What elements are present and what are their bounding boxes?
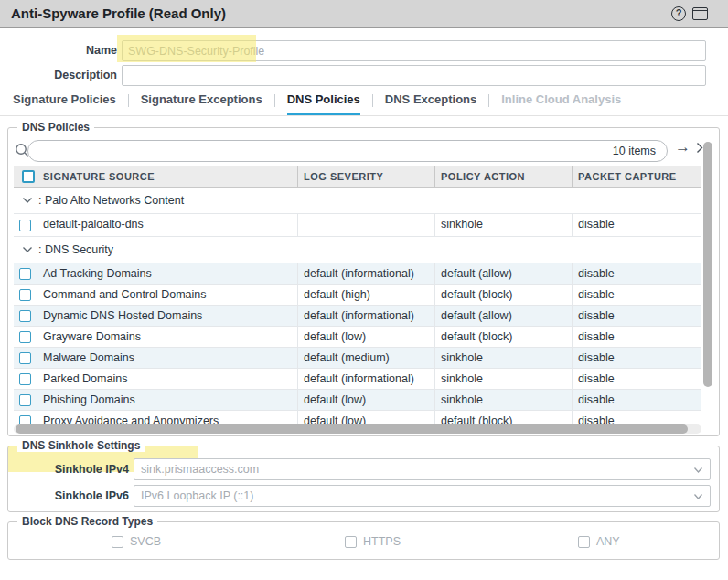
cell-log-severity: default (informational) (298, 306, 435, 326)
row-select-cell (14, 390, 37, 410)
cell-signature-source: Dynamic DNS Hosted Domains (37, 306, 298, 326)
row-select-cell (14, 411, 37, 424)
row-checkbox[interactable] (19, 289, 31, 301)
cell-policy-action: sinkhole (435, 390, 573, 410)
row-checkbox[interactable] (19, 331, 31, 343)
table-row[interactable]: Command and Control Domains default (hig… (14, 285, 701, 306)
option-svcb: SVCB (112, 535, 161, 548)
sinkhole-ipv4-select[interactable]: sink.prismaaccess.com (134, 458, 711, 480)
table-row[interactable]: default-paloalto-dns sinkhole disable (14, 214, 701, 237)
row-select-cell (14, 369, 37, 389)
expand-chevron-icon[interactable] (696, 142, 703, 154)
cell-policy-action: default (block) (435, 411, 573, 424)
any-checkbox[interactable] (578, 536, 590, 548)
sinkhole-ipv6-value: IPv6 Loopback IP (::1) (141, 489, 253, 502)
cell-policy-action: default (allow) (435, 263, 573, 284)
profile-tabs: Signature Policies Signature Exceptions … (13, 91, 621, 114)
cell-packet-capture: disable (573, 306, 701, 326)
cell-log-severity: default (low) (298, 390, 435, 410)
row-checkbox[interactable] (19, 415, 31, 424)
cell-policy-action: default (block) (435, 327, 573, 347)
dialog-title: Anti-Spyware Profile (Read Only) (11, 0, 226, 27)
table-row[interactable]: Parked Domains default (informational) s… (14, 369, 701, 390)
svcb-checkbox[interactable] (112, 536, 123, 548)
tab-signature-exceptions[interactable]: Signature Exceptions (141, 91, 262, 113)
group-row-dns-security[interactable]: : DNS Security (14, 237, 701, 263)
dialog-titlebar: Anti-Spyware Profile (Read Only) ? (0, 0, 728, 28)
description-label: Description (0, 69, 117, 81)
search-input[interactable] (37, 143, 586, 159)
collapse-chevron-icon[interactable] (22, 246, 33, 253)
block-dns-legend: Block DNS Record Types (17, 515, 157, 528)
svcb-label: SVCB (130, 535, 161, 548)
sinkhole-ipv4-value: sink.prismaaccess.com (141, 463, 259, 476)
description-input[interactable] (122, 65, 706, 86)
col-signature-source[interactable]: SIGNATURE SOURCE (37, 166, 298, 187)
table-vertical-scrollbar[interactable] (703, 140, 712, 414)
window-restore-icon[interactable] (692, 7, 708, 20)
row-select-cell (14, 214, 37, 236)
cell-signature-source: Grayware Domains (37, 327, 298, 347)
tab-dns-exceptions[interactable]: DNS Exceptions (385, 91, 476, 113)
cell-packet-capture: disable (573, 327, 701, 347)
apply-filter-arrow-icon[interactable]: → (675, 138, 691, 156)
help-icon[interactable]: ? (671, 6, 686, 21)
table-row[interactable]: Phishing Domains default (low) sinkhole … (14, 390, 701, 411)
cell-log-severity: default (informational) (298, 369, 435, 389)
sinkhole-ipv6-select[interactable]: IPv6 Loopback IP (::1) (134, 485, 711, 507)
cell-policy-action: sinkhole (435, 348, 573, 368)
col-packet-capture[interactable]: PACKET CAPTURE (573, 166, 701, 187)
cell-signature-source: Parked Domains (37, 369, 298, 389)
cell-packet-capture: disable (573, 369, 701, 389)
select-all-checkbox[interactable] (22, 170, 35, 183)
tab-signature-policies[interactable]: Signature Policies (13, 91, 116, 113)
row-checkbox[interactable] (19, 268, 31, 280)
table-row[interactable]: Grayware Domains default (low) default (… (14, 327, 701, 348)
cell-policy-action: default (block) (435, 285, 573, 305)
table-row[interactable]: Dynamic DNS Hosted Domains default (info… (14, 306, 701, 327)
dns-policies-legend: DNS Policies (17, 121, 94, 134)
table-horizontal-scrollbar[interactable] (14, 424, 701, 434)
cell-packet-capture: disable (573, 390, 701, 410)
row-checkbox[interactable] (19, 220, 31, 231)
cell-packet-capture: disable (573, 285, 701, 305)
cell-packet-capture: disable (573, 348, 701, 368)
row-checkbox[interactable] (19, 373, 31, 385)
cell-packet-capture: disable (573, 411, 701, 424)
col-log-severity[interactable]: LOG SEVERITY (298, 166, 435, 187)
sinkhole-ipv4-label: Sinkhole IPv4 (8, 458, 129, 480)
cell-signature-source: default-paloalto-dns (37, 214, 298, 236)
table-row[interactable]: Malware Domains default (medium) sinkhol… (14, 348, 701, 369)
dns-policies-table: SIGNATURE SOURCE LOG SEVERITY POLICY ACT… (14, 166, 701, 424)
https-checkbox[interactable] (345, 536, 357, 548)
row-select-cell (14, 306, 37, 326)
chevron-down-icon (693, 493, 703, 500)
group-row-palo-alto-networks-content[interactable]: : Palo Alto Networks Content (14, 188, 701, 214)
cell-policy-action: sinkhole (435, 214, 573, 236)
row-select-cell (14, 263, 37, 284)
row-checkbox[interactable] (19, 394, 31, 406)
horizontal-scrollbar-thumb[interactable] (16, 424, 688, 434)
name-input[interactable] (122, 40, 706, 61)
table-row[interactable]: Proxy Avoidance and Anonymizers default … (14, 411, 701, 424)
items-count: 10 items (613, 141, 656, 161)
row-select-cell (14, 327, 37, 347)
tab-separator (274, 94, 275, 107)
tab-dns-policies[interactable]: DNS Policies (287, 91, 360, 115)
https-label: HTTPS (363, 535, 401, 548)
tabs-divider (0, 115, 728, 116)
row-checkbox[interactable] (19, 352, 31, 364)
filter-search-box: 10 items (27, 140, 668, 162)
block-dns-record-types-panel: Block DNS Record Types SVCB HTTPS ANY (7, 521, 720, 560)
row-checkbox[interactable] (19, 310, 31, 322)
dns-sinkhole-legend: DNS Sinkhole Settings (17, 439, 145, 452)
cell-signature-source: Phishing Domains (37, 390, 298, 410)
cell-log-severity: default (low) (298, 411, 435, 424)
table-row[interactable]: Ad Tracking Domains default (information… (14, 263, 701, 285)
vertical-scrollbar-thumb[interactable] (703, 142, 712, 387)
tab-separator (372, 94, 373, 107)
collapse-chevron-icon[interactable] (22, 197, 33, 204)
tab-inline-cloud-analysis: Inline Cloud Analysis (501, 91, 621, 113)
col-policy-action[interactable]: POLICY ACTION (435, 166, 573, 187)
cell-signature-source: Command and Control Domains (37, 285, 298, 305)
